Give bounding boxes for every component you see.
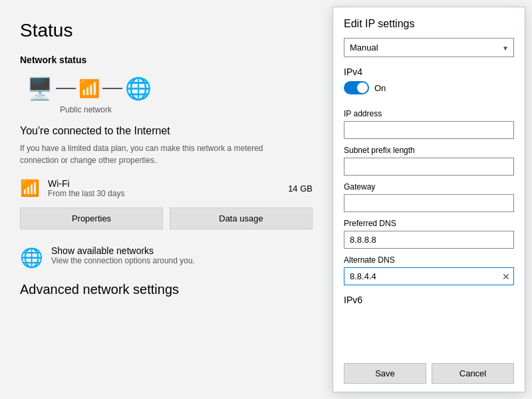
- toggle-row: On: [344, 81, 514, 94]
- edit-ip-dialog: Edit IP settings Manual Automatic (DHCP)…: [332, 7, 525, 392]
- wifi-diagram-icon: 📶: [78, 78, 100, 99]
- ipv4-section: IPv4 On: [344, 66, 514, 102]
- show-networks-icon: 🌐: [20, 247, 43, 269]
- net-line-2: [102, 88, 122, 89]
- ip-address-input[interactable]: [344, 121, 514, 139]
- preferred-dns-input[interactable]: [344, 231, 514, 249]
- toggle-thumb: [357, 82, 368, 93]
- adv-title: Advanced network settings: [20, 282, 313, 297]
- ipv6-label: IPv6: [344, 295, 514, 305]
- alternate-dns-wrap: ✕: [344, 267, 514, 285]
- connected-title: You're connected to the Internet: [20, 125, 313, 137]
- network-diagram: 🖥️ 📶 🌐: [20, 76, 313, 101]
- subnet-label: Subnet prefix length: [344, 146, 514, 155]
- show-networks-title: Show available networks: [51, 245, 195, 256]
- preferred-dns-group: Preferred DNS: [344, 219, 514, 249]
- alternate-dns-label: Alternate DNS: [344, 255, 514, 265]
- gateway-group: Gateway: [344, 182, 514, 212]
- ipv4-label: IPv4: [344, 66, 514, 77]
- toggle-label: On: [374, 83, 386, 93]
- net-line-1: [56, 88, 76, 89]
- properties-button[interactable]: Properties: [20, 207, 163, 229]
- show-networks-text: Show available networks View the connect…: [51, 245, 195, 265]
- section-title: Network status: [20, 55, 313, 65]
- subnet-input[interactable]: [344, 158, 514, 176]
- wifi-icon-wrap: 📶: [20, 179, 40, 198]
- data-usage-button[interactable]: Data usage: [170, 207, 313, 229]
- page-title: Status: [20, 20, 313, 41]
- alternate-dns-input[interactable]: [344, 267, 514, 285]
- clear-alternate-dns-button[interactable]: ✕: [502, 272, 510, 281]
- wifi-info: Wi-Fi From the last 30 days: [48, 178, 288, 198]
- ip-address-label: IP address: [344, 109, 514, 118]
- wifi-icon: 📶: [20, 179, 40, 197]
- save-button[interactable]: Save: [344, 363, 426, 384]
- btn-row: Properties Data usage: [20, 207, 313, 229]
- wifi-row: 📶 Wi-Fi From the last 30 days 14 GB: [20, 178, 313, 198]
- show-networks-sub: View the connection options around you.: [51, 256, 195, 265]
- wifi-usage: 14 GB: [288, 184, 313, 194]
- preferred-dns-label: Preferred DNS: [344, 219, 514, 228]
- cancel-button[interactable]: Cancel: [432, 363, 514, 384]
- gateway-label: Gateway: [344, 182, 514, 192]
- wifi-name: Wi-Fi: [48, 178, 288, 189]
- dialog-title: Edit IP settings: [344, 18, 514, 30]
- show-networks-row[interactable]: 🌐 Show available networks View the conne…: [20, 245, 313, 269]
- subnet-group: Subnet prefix length: [344, 146, 514, 176]
- ip-mode-dropdown-wrap[interactable]: Manual Automatic (DHCP) ▼: [344, 38, 514, 57]
- ipv6-section: IPv6: [344, 295, 514, 305]
- wifi-sub: From the last 30 days: [48, 189, 288, 198]
- dialog-footer: Save Cancel: [344, 358, 514, 384]
- alternate-dns-group: Alternate DNS ✕: [344, 255, 514, 285]
- ip-address-group: IP address: [344, 109, 514, 139]
- laptop-icon: 🖥️: [27, 76, 53, 101]
- gateway-input[interactable]: [344, 194, 514, 212]
- connected-desc: If you have a limited data plan, you can…: [20, 142, 273, 166]
- ip-mode-dropdown[interactable]: Manual Automatic (DHCP): [344, 38, 514, 57]
- ipv4-toggle[interactable]: [344, 81, 369, 94]
- globe-diagram-icon: 🌐: [125, 76, 152, 101]
- network-label: Public network: [20, 105, 313, 114]
- left-panel: Status Network status 🖥️ 📶 🌐 Public netw…: [0, 0, 332, 399]
